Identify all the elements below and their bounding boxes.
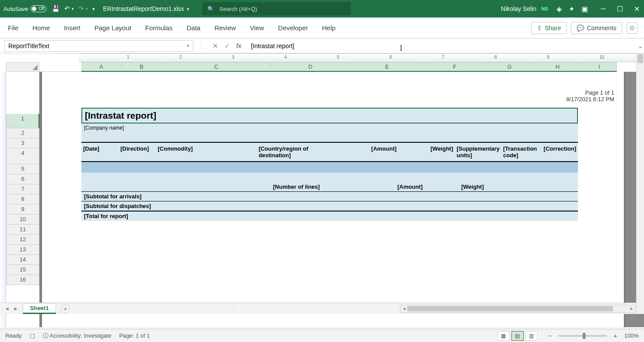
col-header-h[interactable]: H <box>534 62 582 72</box>
subtotal-dispatches[interactable]: [Subtotal for dispatches] <box>81 201 578 211</box>
report-title-cell[interactable]: [Intrastat report] <box>81 108 578 123</box>
tab-insert[interactable]: Insert <box>62 21 82 34</box>
comments-button[interactable]: 💬 Comments <box>571 22 622 34</box>
save-icon[interactable]: 💾 <box>52 5 60 13</box>
formula-bar[interactable]: [Intrastat report] I <box>247 40 636 52</box>
qat-customize-icon[interactable]: ▾ <box>92 6 95 12</box>
hdr-weight-2[interactable]: [Weight] <box>424 182 486 191</box>
autosave-toggle[interactable]: AutoSave Off <box>4 5 46 12</box>
hdr-trans[interactable]: [Transaction code] <box>501 143 542 161</box>
filename-dropdown-icon[interactable]: ▾ <box>187 7 189 11</box>
formula-expand-icon[interactable]: ⌄ <box>636 42 644 50</box>
view-page-break-button[interactable]: ▥ <box>525 331 538 341</box>
filename-area[interactable]: ERIntrastatReportDemo1.xlsx ▾ <box>103 5 189 12</box>
zoom-in-button[interactable]: + <box>612 332 619 339</box>
tab-review[interactable]: Review <box>213 21 238 34</box>
zoom-slider[interactable] <box>559 335 607 337</box>
tab-help[interactable]: Help <box>320 21 337 34</box>
hdr-weight[interactable]: [Weight] <box>398 143 455 161</box>
col-header-i[interactable]: I <box>582 62 617 72</box>
row-header-13[interactable]: 13 <box>6 245 39 255</box>
hdr-country[interactable]: [Country/region of destination] <box>257 143 329 161</box>
undo-dropdown-icon[interactable]: ▾ <box>72 7 74 11</box>
sheet-tab-1[interactable]: Sheet1 <box>23 303 56 314</box>
cancel-icon[interactable]: ✕ <box>213 42 218 50</box>
redo-dropdown-icon[interactable]: ▾ <box>86 7 88 11</box>
search-box[interactable]: 🔍 Search (Alt+Q) <box>202 2 351 15</box>
hdr-lines[interactable]: [Number of lines] <box>271 182 350 191</box>
horizontal-scrollbar[interactable]: ◄ ► <box>400 305 636 313</box>
company-name-cell[interactable]: [Company name] <box>81 123 578 132</box>
tab-home[interactable]: Home <box>31 21 52 34</box>
redo-icon[interactable]: ↷ <box>78 5 84 13</box>
enter-icon[interactable]: ✓ <box>224 42 230 50</box>
hdr-date[interactable]: [Date] <box>81 143 119 161</box>
view-normal-button[interactable]: ▦ <box>497 331 510 341</box>
row-header-12[interactable]: 12 <box>6 235 39 245</box>
hdr-correction[interactable]: [Correction] <box>542 143 578 161</box>
hdr-amount[interactable]: [Amount] <box>329 143 398 161</box>
zoom-level[interactable]: 100% <box>624 332 639 339</box>
add-sheet-button[interactable]: + <box>60 304 70 314</box>
hscroll-thumb[interactable] <box>407 306 613 311</box>
row-header-4[interactable]: 4 <box>6 148 39 164</box>
close-button[interactable]: ✕ <box>633 5 640 13</box>
name-box[interactable]: ReportTitleText ▾ <box>4 40 193 52</box>
row-header-10[interactable]: 10 <box>6 215 39 225</box>
toggle-switch[interactable]: Off <box>31 5 46 12</box>
tab-developer[interactable]: Developer <box>276 21 310 34</box>
minimize-button[interactable]: ─ <box>599 5 607 13</box>
vscroll-thumb[interactable] <box>637 54 643 63</box>
data-band[interactable] <box>81 162 578 173</box>
total-row[interactable]: [Total for report] <box>81 211 578 221</box>
row-header-9[interactable]: 9 <box>6 204 39 215</box>
maximize-button[interactable]: ☐ <box>616 5 624 13</box>
col-header-a[interactable]: A <box>81 62 122 72</box>
row-header-5[interactable]: 5 <box>6 164 39 174</box>
row-header-16[interactable]: 16 <box>6 275 39 285</box>
split-handle[interactable]: ⋮ <box>230 304 240 313</box>
tab-file[interactable]: File <box>6 21 20 34</box>
row-header-15[interactable]: 15 <box>6 265 39 275</box>
tab-view[interactable]: View <box>248 21 266 34</box>
row-header-14[interactable]: 14 <box>6 255 39 265</box>
hdr-amount-2[interactable]: [Amount] <box>350 182 424 191</box>
user-account[interactable]: Nikolay Selin NS <box>501 4 550 14</box>
select-all-button[interactable] <box>6 62 39 72</box>
hdr-supp[interactable]: [Supplementary units] <box>455 143 501 161</box>
row-header-6[interactable]: 6 <box>6 174 39 184</box>
accessibility-status[interactable]: ⓘ Accessibility: Investigate <box>43 332 112 340</box>
hdr-direction[interactable]: [Direction] <box>119 143 156 161</box>
hdr-commodity[interactable]: [Commodity] <box>156 143 257 161</box>
name-box-dropdown-icon[interactable]: ▾ <box>187 43 189 49</box>
col-header-d[interactable]: D <box>271 62 350 72</box>
tab-next-icon[interactable]: ► <box>13 306 18 312</box>
tab-data[interactable]: Data <box>185 21 202 34</box>
fx-icon[interactable]: fx <box>236 42 242 49</box>
tab-formulas[interactable]: Formulas <box>144 21 175 34</box>
row-header-8[interactable]: 8 <box>6 194 39 204</box>
ribbon-display-icon[interactable]: ▣ <box>581 5 588 13</box>
subtotal-arrivals[interactable]: [Subtotal for arrivals] <box>81 191 578 201</box>
undo-icon[interactable]: ↶ <box>64 5 70 13</box>
zoom-out-button[interactable]: − <box>546 332 553 339</box>
row-header-3[interactable]: 3 <box>6 138 39 148</box>
page-layout-view[interactable]: Page 1 of 1 8/17/2021 6:12 PM [Intrastat… <box>39 72 644 327</box>
vertical-scrollbar[interactable] <box>636 53 644 314</box>
row-header-2[interactable]: 2 <box>6 128 39 138</box>
col-header-g[interactable]: G <box>486 62 534 72</box>
hscroll-left-icon[interactable]: ◄ <box>402 306 406 311</box>
macro-record-icon[interactable]: ▢ <box>30 332 35 339</box>
view-page-layout-button[interactable]: ▤ <box>511 331 524 341</box>
coming-soon-icon[interactable]: ✦ <box>569 5 574 13</box>
col-header-e[interactable]: E <box>350 62 424 72</box>
diamond-icon[interactable]: ◈ <box>556 5 562 13</box>
row-header-1[interactable]: 1 <box>6 114 39 128</box>
col-header-f[interactable]: F <box>424 62 486 72</box>
tab-prev-icon[interactable]: ◄ <box>4 306 10 312</box>
feedback-button[interactable]: ☺ <box>626 22 638 34</box>
col-header-b[interactable]: B <box>122 62 162 72</box>
hscroll-right-icon[interactable]: ► <box>630 306 634 311</box>
row-header-11[interactable]: 11 <box>6 225 39 235</box>
tab-page-layout[interactable]: Page Layout <box>93 21 133 34</box>
